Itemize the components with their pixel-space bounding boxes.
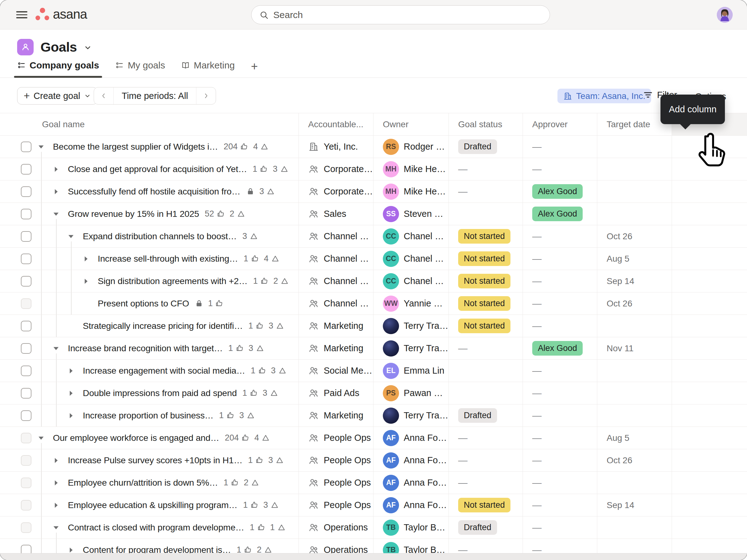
owner-cell[interactable]: CC Chanel Cha…: [374, 248, 449, 270]
approver-cell[interactable]: —: [523, 315, 597, 337]
owner-cell[interactable]: CC Chanel Cha…: [374, 225, 449, 247]
goal-cell[interactable]: Double impressions from paid ad spend 1 …: [0, 382, 299, 404]
goal-name[interactable]: Close and get approval for acquisition o…: [68, 164, 247, 174]
goal-checkbox[interactable]: [21, 366, 31, 376]
goal-checkbox[interactable]: [21, 343, 31, 354]
owner-cell[interactable]: Terry Trainer: [374, 337, 449, 359]
accountable-cell[interactable]: People Ops: [299, 472, 374, 494]
expand-toggle-icon[interactable]: [37, 143, 45, 151]
accountable-cell[interactable]: Operations: [299, 516, 374, 538]
goal-status-cell[interactable]: Drafted: [449, 516, 523, 538]
target-date-cell[interactable]: [597, 359, 672, 382]
goal-name[interactable]: Become the largest supplier of Widgets i…: [53, 141, 218, 152]
target-date-cell[interactable]: Aug 5: [597, 427, 672, 449]
goal-name[interactable]: Double impressions from paid ad spend: [83, 388, 237, 398]
time-periods-next-button[interactable]: [197, 87, 216, 104]
accountable-cell[interactable]: Corporate…: [299, 181, 374, 203]
goal-cell[interactable]: Contract is closed with program developm…: [0, 516, 299, 538]
goal-checkbox[interactable]: [21, 321, 31, 331]
approver-cell[interactable]: —: [523, 404, 597, 427]
goal-cell[interactable]: Close and get approval for acquisition o…: [0, 158, 299, 180]
accountable-cell[interactable]: People Ops: [299, 449, 374, 471]
tab-company-goals[interactable]: Company goals: [17, 60, 99, 77]
expand-toggle-icon[interactable]: [37, 434, 45, 442]
goal-name[interactable]: Our employee workforce is engaged and…: [53, 433, 219, 443]
title-chevron-down-icon[interactable]: [84, 41, 92, 53]
goal-status-cell[interactable]: Drafted: [449, 136, 523, 158]
owner-cell[interactable]: CC Chanel Cha…: [374, 270, 449, 292]
expand-toggle-icon[interactable]: [67, 411, 75, 420]
owner-cell[interactable]: Terry Trainer: [374, 404, 449, 427]
accountable-cell[interactable]: Paid Ads: [299, 382, 374, 404]
owner-cell[interactable]: PS Pawan Singh: [374, 382, 449, 404]
approver-cell[interactable]: —: [523, 494, 597, 516]
goal-cell[interactable]: Become the largest supplier of Widgets i…: [0, 136, 299, 158]
expand-toggle-icon[interactable]: [52, 344, 60, 352]
expand-toggle-icon[interactable]: [52, 210, 60, 218]
goal-checkbox[interactable]: [21, 141, 31, 152]
target-date-cell[interactable]: [597, 136, 672, 158]
goal-checkbox[interactable]: [21, 478, 31, 488]
goal-name[interactable]: Increase sell-through with existing…: [98, 254, 238, 264]
goal-name[interactable]: Employee education & upskilling program…: [68, 500, 237, 510]
target-date-cell[interactable]: [597, 315, 672, 337]
approver-cell[interactable]: —: [523, 449, 597, 471]
goal-status-cell[interactable]: Drafted: [449, 404, 523, 427]
approver-cell[interactable]: —: [523, 359, 597, 382]
goal-name[interactable]: Successfully fend off hostile acquisitio…: [68, 186, 240, 196]
expand-toggle-icon[interactable]: [67, 232, 75, 240]
goal-status-cell[interactable]: —: [449, 158, 523, 180]
team-filter-chip[interactable]: Team: Asana, Inc.: [558, 89, 651, 103]
goal-checkbox[interactable]: [21, 522, 31, 533]
goal-name[interactable]: Present options to CFO: [98, 298, 189, 309]
expand-toggle-icon[interactable]: [82, 255, 90, 263]
target-date-cell[interactable]: Nov 11: [597, 337, 672, 359]
goal-status-cell[interactable]: [449, 203, 523, 225]
add-tab-button[interactable]: +: [251, 62, 258, 77]
tab-my-goals[interactable]: My goals: [115, 60, 165, 77]
expand-toggle-icon[interactable]: [52, 501, 60, 509]
goal-status-cell[interactable]: [449, 359, 523, 382]
owner-cell[interactable]: EL Emma Lin: [374, 359, 449, 382]
target-date-cell[interactable]: [597, 382, 672, 404]
goal-checkbox[interactable]: [21, 298, 31, 309]
goal-checkbox[interactable]: [21, 231, 31, 242]
owner-cell[interactable]: MH Mike Hecht: [374, 181, 449, 203]
target-date-cell[interactable]: [597, 404, 672, 427]
approver-cell[interactable]: —: [523, 427, 597, 449]
owner-cell[interactable]: AF Anna Folder: [374, 472, 449, 494]
goal-checkbox[interactable]: [21, 164, 31, 175]
goal-name[interactable]: Increase engagement with social media…: [83, 366, 245, 376]
goal-cell[interactable]: Grow revenue by 15% in H1 2025 52 2: [0, 203, 299, 225]
expand-toggle-icon[interactable]: [52, 188, 60, 196]
accountable-cell[interactable]: People Ops: [299, 427, 374, 449]
goal-status-cell[interactable]: Not started: [449, 494, 523, 516]
approver-cell[interactable]: —: [523, 472, 597, 494]
goal-cell[interactable]: Our employee workforce is engaged and… 2…: [0, 427, 299, 449]
accountable-cell[interactable]: Social Media: [299, 359, 374, 382]
approver-cell[interactable]: —: [523, 292, 597, 315]
approver-cell[interactable]: —: [523, 270, 597, 292]
goal-cell[interactable]: Increase engagement with social media… 1…: [0, 359, 299, 382]
column-header-approver[interactable]: Approver: [523, 113, 597, 135]
expand-toggle-icon[interactable]: [67, 389, 75, 397]
goal-name[interactable]: Strategically increase pricing for ident…: [83, 321, 243, 331]
goal-checkbox[interactable]: [21, 254, 31, 264]
goal-status-cell[interactable]: Not started: [449, 225, 523, 247]
approver-cell[interactable]: —: [523, 136, 597, 158]
accountable-cell[interactable]: Corporate…: [299, 158, 374, 180]
owner-cell[interactable]: AF Anna Folder: [374, 449, 449, 471]
accountable-cell[interactable]: Yeti, Inc.: [299, 136, 374, 158]
user-avatar[interactable]: [717, 7, 733, 23]
accountable-cell[interactable]: Sales: [299, 203, 374, 225]
approver-cell[interactable]: —: [523, 158, 597, 180]
approver-cell[interactable]: —: [523, 382, 597, 404]
owner-cell[interactable]: AF Anna Folder: [374, 494, 449, 516]
goal-status-cell[interactable]: —: [449, 181, 523, 203]
approver-cell[interactable]: —: [523, 225, 597, 247]
target-date-cell[interactable]: Oct 26: [597, 292, 672, 315]
target-date-cell[interactable]: [597, 158, 672, 180]
owner-cell[interactable]: AF Anna Folder: [374, 427, 449, 449]
target-date-cell[interactable]: Oct 26: [597, 449, 672, 471]
expand-toggle-icon[interactable]: [82, 277, 90, 285]
